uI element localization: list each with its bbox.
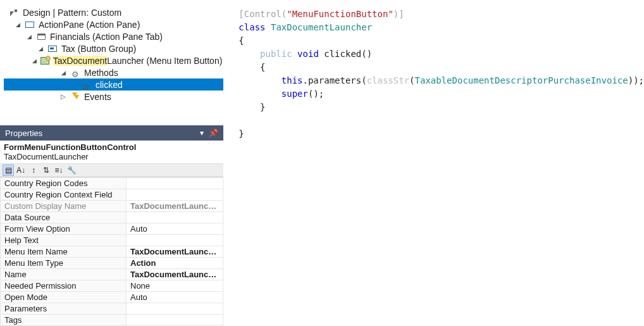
form-designer-tree[interactable]: Design | Pattern: Custom ActionPane (Act…	[0, 0, 223, 108]
tree-node-design[interactable]: Design | Pattern: Custom	[4, 6, 223, 18]
expander-icon[interactable]	[25, 33, 33, 40]
properties-type: FormMenuFunctionButtonControl	[4, 142, 136, 152]
tree-node-actionpane[interactable]: ActionPane (Action Pane)	[4, 18, 223, 30]
property-row[interactable]: Menu Item TypeAction	[1, 258, 223, 269]
property-name: Custom Display Name	[1, 201, 127, 212]
tree-label: Tax (Button Group)	[60, 44, 137, 54]
property-value[interactable]: None	[127, 280, 223, 292]
expander-icon[interactable]	[14, 21, 22, 28]
property-name: Country Region Context Field	[1, 189, 127, 201]
tree-node-tax[interactable]: Tax (Button Group)	[4, 42, 223, 54]
expander-icon[interactable]	[59, 93, 67, 100]
properties-selected-object: FormMenuFunctionButtonControl TaxDocumen…	[0, 141, 223, 163]
property-value[interactable]	[127, 178, 223, 189]
property-value[interactable]: TaxDocumentLauncher	[127, 269, 223, 280]
property-name: Menu Item Name	[1, 246, 127, 258]
sort-button[interactable]: ⇅	[40, 165, 52, 176]
design-icon	[9, 8, 19, 18]
tree-label: Methods	[83, 68, 120, 78]
tree-label: clicked	[94, 80, 124, 90]
property-name: Tags	[1, 315, 127, 326]
property-name: Data Source	[1, 212, 127, 223]
tree-node-clicked[interactable]: clicked	[4, 78, 223, 91]
expander-icon[interactable]	[32, 57, 37, 64]
alphabetical-button[interactable]: A↓	[15, 165, 27, 176]
property-name: Name	[1, 269, 127, 280]
tree-label: Financials (Action Pane Tab)	[49, 32, 164, 42]
properties-instance: TaxDocumentLauncher	[4, 152, 89, 161]
tree-node-methods[interactable]: Methods	[4, 66, 223, 78]
events-icon	[70, 92, 80, 102]
property-name: Country Region Codes	[1, 178, 127, 189]
filter-button[interactable]: ≡↓	[53, 165, 65, 176]
tree-node-financials[interactable]: Financials (Action Pane Tab)	[4, 30, 223, 42]
property-name: Menu Item Type	[1, 258, 127, 269]
properties-title-text: Properties	[5, 129, 42, 138]
menu-item-button-icon	[40, 56, 49, 66]
expander-icon[interactable]	[59, 69, 67, 76]
property-value[interactable]: Action	[127, 258, 223, 269]
property-row[interactable]: Help Text	[1, 235, 223, 246]
tree-label: ActionPane (Action Pane)	[37, 20, 141, 30]
property-row[interactable]: Needed PermissionNone	[1, 280, 223, 292]
tree-node-taxdocumentlauncher[interactable]: TaxDocumentLauncher (Menu Item Button)	[4, 54, 223, 66]
property-row[interactable]: Custom Display NameTaxDocumentLauncher (…	[1, 201, 223, 212]
button-group-icon	[47, 44, 58, 54]
property-name: Parameters	[1, 303, 127, 315]
methods-icon	[70, 68, 80, 78]
property-name: Help Text	[1, 235, 127, 246]
tree-label: TaxDocumentLauncher (Menu Item Button)	[52, 56, 224, 66]
tree-node-events[interactable]: Events	[4, 91, 223, 103]
dropdown-icon[interactable]: ▾	[197, 129, 206, 137]
tree-label: Events	[83, 92, 113, 102]
property-row[interactable]: Country Region Codes	[1, 178, 223, 189]
method-override-icon	[82, 80, 92, 90]
container-icon	[25, 20, 35, 30]
property-value[interactable]	[127, 212, 223, 223]
property-row[interactable]: Data Source	[1, 212, 223, 223]
properties-titlebar[interactable]: Properties ▾ 📌	[0, 125, 223, 141]
property-value[interactable]	[127, 303, 223, 315]
property-row[interactable]: Parameters	[1, 303, 223, 315]
property-row[interactable]: Tags	[1, 315, 223, 326]
categorized-button[interactable]: ▤	[3, 165, 14, 176]
group-button[interactable]: ↕	[28, 165, 39, 176]
property-value[interactable]: TaxDocumentLauncher (Menu Item Button)	[127, 201, 223, 212]
tree-label: Design | Pattern: Custom	[22, 8, 123, 18]
property-value[interactable]: Auto	[127, 292, 223, 303]
property-row[interactable]: NameTaxDocumentLauncher	[1, 269, 223, 280]
folder-icon	[36, 32, 46, 42]
property-row[interactable]: Country Region Context Field	[1, 189, 223, 201]
property-value[interactable]	[127, 315, 223, 326]
code-editor[interactable]: [Control("MenuFunctionButton")] class Ta…	[223, 0, 644, 326]
property-row[interactable]: Open ModeAuto	[1, 292, 223, 303]
property-value[interactable]: TaxDocumentLauncher	[127, 246, 223, 258]
property-row[interactable]: Menu Item NameTaxDocumentLauncher	[1, 246, 223, 258]
property-value[interactable]: Auto	[127, 223, 223, 235]
properties-panel: Properties ▾ 📌 FormMenuFunctionButtonCon…	[0, 125, 223, 326]
properties-grid[interactable]: Country Region CodesCountry Region Conte…	[0, 177, 223, 326]
properties-toolbar: ▤ A↓ ↕ ⇅ ≡↓ 🔧	[0, 163, 223, 177]
pin-icon[interactable]: 📌	[206, 129, 221, 137]
property-name: Form View Option	[1, 223, 127, 235]
expander-icon[interactable]	[37, 45, 44, 52]
property-row[interactable]: Form View OptionAuto	[1, 223, 223, 235]
property-value[interactable]	[127, 189, 223, 201]
property-value[interactable]	[127, 235, 223, 246]
property-name: Open Mode	[1, 292, 127, 303]
property-name: Needed Permission	[1, 280, 127, 292]
wrench-button[interactable]: 🔧	[66, 165, 77, 176]
